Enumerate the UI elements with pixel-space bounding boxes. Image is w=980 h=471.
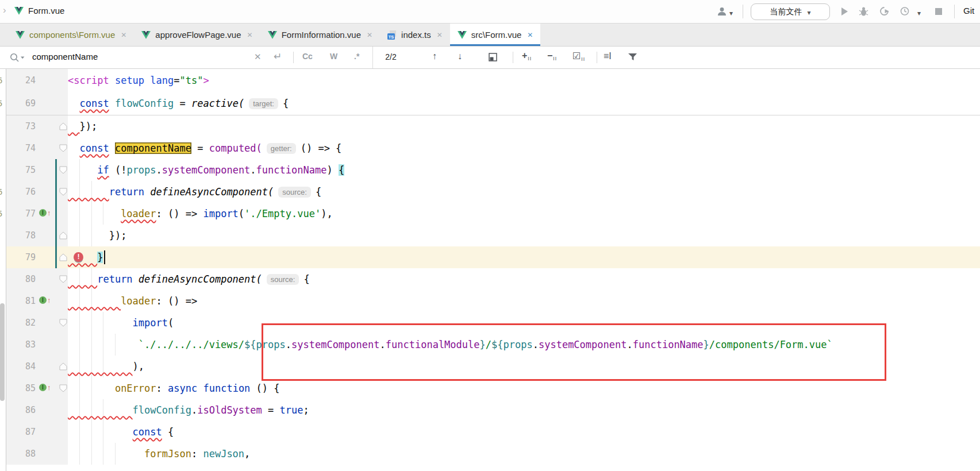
code-token: "ts" — [180, 75, 203, 86]
vue-icon — [14, 7, 24, 17]
stop-icon[interactable] — [935, 7, 943, 18]
search-options-icon[interactable]: ≡I — [604, 51, 612, 61]
user-account-icon[interactable] — [716, 6, 728, 19]
code-line-24[interactable]: <script setup lang="ts"> — [68, 69, 980, 92]
select-all-occurrences-icon[interactable]: ☑II — [572, 51, 585, 62]
search-icon[interactable] — [9, 52, 26, 64]
code-line-76[interactable]: return defineAsyncComponent(source:{ — [68, 181, 980, 203]
code-line-74[interactable]: const componentName = computed(getter:()… — [68, 137, 980, 159]
code-token: const — [79, 142, 109, 154]
code-line-80[interactable]: return defineAsyncComponent(source:{ — [68, 268, 980, 290]
code-line-69[interactable]: const flowConfig = reactive(target:{ — [68, 92, 980, 115]
run-icon[interactable] — [840, 7, 848, 18]
editor-row: 85I↑ onError: async function () { — [0, 377, 980, 399]
tab-approveflowpage-vue[interactable]: approveFlowPage.vue✕ — [134, 24, 260, 46]
editor-row: 81I↑ loader: () => — [0, 290, 980, 312]
code-token: ( — [239, 208, 244, 219]
code-token: } — [480, 339, 486, 350]
editor-row: 83 `./../../../views/${props.systemCompo… — [0, 334, 980, 356]
code-token: . — [250, 164, 256, 176]
code-token: ), — [133, 361, 144, 372]
fold-marker-icon[interactable] — [59, 362, 67, 373]
code-line-84[interactable]: ), — [68, 356, 980, 377]
code-area[interactable]: 73 });74 const componentName = computed(… — [0, 115, 980, 465]
run-with-coverage-icon[interactable] — [879, 6, 890, 18]
fold-marker-icon[interactable] — [59, 144, 67, 155]
code-token: { — [283, 98, 289, 109]
vue-icon — [268, 31, 277, 39]
words-toggle[interactable]: W — [330, 52, 337, 61]
tab-close-icon[interactable]: ✕ — [527, 31, 533, 39]
implementation-gutter-icon[interactable]: I↑ — [39, 296, 51, 307]
vue-icon — [458, 31, 467, 39]
code-line-82[interactable]: import( — [68, 312, 980, 334]
fold-marker-icon[interactable] — [59, 319, 67, 329]
code-token: () => { — [301, 142, 342, 154]
gutter: 79 — [0, 246, 68, 268]
code-line-79[interactable]: ! } — [68, 246, 980, 268]
tab-index-ts[interactable]: TSindex.ts✕ — [380, 24, 450, 46]
tab-src-form-vue[interactable]: src\Form.vue✕ — [450, 24, 541, 46]
error-intention-bulb-icon[interactable]: ! — [74, 252, 83, 262]
code-line-77[interactable]: loader: () => import('./Empty.vue'), — [68, 203, 980, 225]
search-in-selection-icon[interactable] — [489, 53, 498, 62]
code-token: setup — [115, 75, 144, 86]
gutter: 83 — [0, 334, 68, 356]
code-line-73[interactable]: }); — [68, 115, 980, 137]
code-line-81[interactable]: loader: () => — [68, 290, 980, 312]
code-line-83[interactable]: `./../../../views/${props.systemComponen… — [68, 334, 980, 356]
filter-icon[interactable] — [628, 53, 637, 61]
run-configuration-select[interactable]: 当前文件 — [751, 3, 830, 20]
code-line-86[interactable]: flowConfig.isOldSystem = true; — [68, 399, 980, 421]
match-case-toggle[interactable]: Cc — [302, 52, 313, 61]
fold-marker-icon[interactable] — [59, 122, 67, 133]
tab-close-icon[interactable]: ✕ — [437, 31, 443, 39]
breadcrumb-chevron-icon[interactable]: › — [3, 5, 6, 16]
profiler-caret-icon[interactable] — [917, 7, 921, 18]
code-line-78[interactable]: }); — [68, 225, 980, 246]
code-token: > — [203, 75, 209, 86]
code-token: ; — [303, 404, 309, 416]
implementation-gutter-icon[interactable]: I↑ — [39, 209, 51, 219]
git-branch-widget[interactable]: Git — [963, 6, 974, 16]
profiler-icon[interactable] — [900, 6, 910, 18]
tab-close-icon[interactable]: ✕ — [121, 31, 126, 39]
fold-marker-icon[interactable] — [59, 253, 67, 264]
tab-forminformation-vue[interactable]: FormInformation.vue✕ — [260, 24, 380, 46]
search-input[interactable]: componentName — [32, 52, 98, 61]
code-token: { — [316, 186, 321, 198]
fold-marker-icon[interactable] — [59, 231, 67, 242]
fold-marker-icon[interactable] — [59, 188, 67, 198]
regex-toggle[interactable]: .* — [354, 52, 359, 61]
newline-icon[interactable]: ↵ — [274, 51, 282, 63]
code-line-75[interactable]: if (!props.systemComponent.functionName)… — [68, 159, 980, 181]
previous-match-icon[interactable]: ↑ — [432, 51, 437, 61]
code-token: . — [156, 164, 162, 176]
fold-marker-icon[interactable] — [59, 166, 67, 176]
tab-close-icon[interactable]: ✕ — [247, 31, 253, 39]
user-dropdown-caret-icon[interactable] — [729, 7, 733, 18]
next-match-icon[interactable]: ↓ — [458, 51, 462, 61]
gutter: 85I↑ — [0, 377, 68, 399]
add-occurrence-icon[interactable]: +II — [522, 51, 532, 61]
implementation-gutter-icon[interactable]: I↑ — [39, 384, 51, 394]
tab-close-icon[interactable]: ✕ — [367, 31, 372, 39]
code-token — [68, 164, 97, 176]
fold-marker-icon[interactable] — [59, 275, 67, 285]
code-token: functionName — [256, 164, 327, 176]
code-line-88[interactable]: formJson: newJson, — [68, 443, 980, 465]
tab-components-form-vue[interactable]: components\Form.vue✕ — [8, 24, 134, 46]
editor-row: 78 }); — [0, 225, 980, 246]
clear-search-icon[interactable]: ✕ — [254, 52, 262, 62]
remove-occurrence-icon[interactable]: −II — [547, 51, 557, 61]
fold-marker-icon[interactable] — [59, 384, 67, 395]
debug-icon[interactable] — [859, 6, 868, 19]
editor-row: 77I↑ loader: () => import('./Empty.vue')… — [0, 203, 980, 225]
code-token: ( — [168, 317, 174, 329]
editor[interactable]: 24<script setup lang="ts">69 const flowC… — [0, 69, 980, 471]
search-field-divider — [372, 47, 373, 68]
code-line-85[interactable]: onError: async function () { — [68, 377, 980, 399]
code-line-87[interactable]: const { — [68, 421, 980, 443]
code-token: = — [174, 98, 191, 109]
gutter: 77I↑ — [0, 203, 68, 225]
